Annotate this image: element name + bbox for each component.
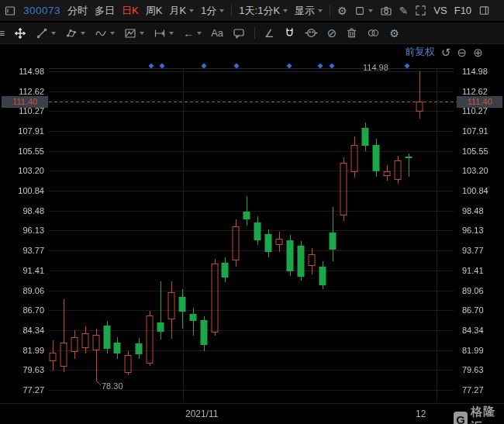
undo-icon[interactable]: ↺ xyxy=(441,47,451,58)
price-tick-label: 96.13 xyxy=(0,225,44,236)
high-price-annotation: 114.98 xyxy=(363,63,388,72)
price-tick-label: 103.20 xyxy=(462,165,488,176)
gelonghui-logo-icon: G xyxy=(454,412,468,424)
date-label: 2021/11 xyxy=(185,408,219,419)
candlestick-chart[interactable] xyxy=(0,0,504,424)
price-tick-label: 84.34 xyxy=(0,325,44,336)
price-tick-label: 89.06 xyxy=(0,285,44,296)
price-tick-label: 98.48 xyxy=(462,205,484,216)
date-label: 12 xyxy=(416,408,426,419)
price-tick-label: 86.70 xyxy=(0,305,44,315)
price-tick-label: 77.27 xyxy=(0,384,44,395)
price-tick-label: 81.99 xyxy=(462,345,484,356)
last-price-label-right: 111.40 xyxy=(457,96,502,108)
price-tick-label: 86.70 xyxy=(462,305,484,315)
stock-chart-window: 300073 分时 多日 日K 周K 月K 1分 1天:1分K 显示 ⚙ ✎ V… xyxy=(0,0,504,424)
price-tick-label: 91.41 xyxy=(462,265,484,276)
price-tick-label: 107.91 xyxy=(462,126,488,136)
price-tick-label: 89.06 xyxy=(462,285,484,296)
price-tick-label: 100.84 xyxy=(462,185,488,196)
price-tick-label: 93.77 xyxy=(0,245,44,256)
watermark: G 格隆汇 xyxy=(454,405,504,424)
watermark-text: 格隆汇 xyxy=(471,405,504,424)
price-tick-label: 105.55 xyxy=(0,146,44,157)
price-tick-label: 93.77 xyxy=(462,245,484,256)
price-tick-label: 91.41 xyxy=(0,265,44,276)
adjustment-mode-button[interactable]: 前复权 xyxy=(405,45,435,59)
price-tick-label: 77.27 xyxy=(462,384,484,395)
price-tick-label: 114.98 xyxy=(462,66,488,77)
price-tick-label: 103.20 xyxy=(0,165,44,176)
price-tick-label: 79.63 xyxy=(462,364,484,375)
price-tick-label: 114.98 xyxy=(0,66,44,77)
price-tick-label: 79.63 xyxy=(0,364,44,375)
price-tick-label: 98.48 xyxy=(0,205,44,216)
price-tick-label: 100.84 xyxy=(0,185,44,196)
last-price-label-left: 111.40 xyxy=(2,96,48,108)
price-tick-label: 107.91 xyxy=(0,126,44,136)
price-tick-label: 96.13 xyxy=(462,225,484,236)
chart-overlay-controls: 前复权 ↺ ⊖ ⊕ xyxy=(405,45,483,59)
price-tick-label: 84.34 xyxy=(462,325,484,336)
price-tick-label: 81.99 xyxy=(0,345,44,356)
low-price-annotation: 78.30 xyxy=(102,381,123,391)
zoom-in-icon[interactable]: ⊕ xyxy=(473,47,483,58)
zoom-out-icon[interactable]: ⊖ xyxy=(457,47,468,58)
price-tick-label: 105.55 xyxy=(462,146,488,157)
